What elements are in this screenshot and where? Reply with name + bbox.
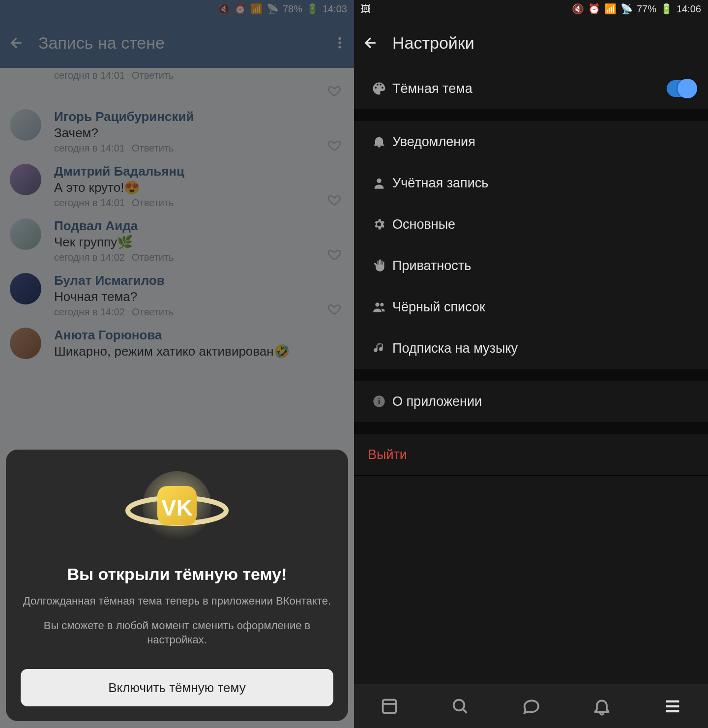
logout-label: Выйти [366, 447, 696, 462]
wifi-icon: 📶 [604, 3, 617, 15]
settings-label: Учётная запись [392, 176, 696, 191]
settings-row-account[interactable]: Учётная запись [354, 162, 708, 204]
alarm-icon: ⏰ [588, 3, 600, 15]
svg-point-15 [454, 699, 465, 710]
nav-search[interactable] [450, 697, 470, 716]
nav-feed[interactable] [380, 697, 399, 716]
svg-text:VK: VK [161, 495, 193, 520]
svg-line-16 [463, 709, 467, 713]
modal-title: Вы открыли тёмную тему! [21, 565, 333, 584]
vibrate-off-icon: 🔇 [572, 3, 584, 15]
button-label: Включить тёмную тему [108, 680, 245, 696]
back-button[interactable] [361, 34, 378, 51]
settings-row-logout[interactable]: Выйти [354, 434, 708, 475]
enable-dark-theme-button[interactable]: Включить тёмную тему [21, 669, 333, 706]
battery-icon: 🔋 [660, 3, 673, 15]
section-divider [354, 109, 708, 121]
hand-icon [366, 259, 392, 273]
settings-label: Приватность [392, 258, 696, 273]
modal-text-1: Долгожданная тёмная тема теперь в прилож… [21, 594, 333, 608]
nav-notifications[interactable] [592, 697, 612, 716]
user-icon [366, 176, 392, 190]
settings-row-about[interactable]: О приложении [354, 381, 708, 422]
bell-icon [366, 135, 392, 149]
settings-label: Тёмная тема [392, 81, 667, 96]
nav-messages[interactable] [521, 697, 541, 716]
settings-row-privacy[interactable]: Приватность [354, 245, 708, 286]
svg-rect-11 [379, 400, 380, 404]
settings-row-dark-theme[interactable]: Тёмная тема [354, 68, 708, 109]
settings-row-general[interactable]: Основные [354, 204, 708, 245]
svg-rect-13 [383, 699, 396, 713]
status-time: 14:06 [677, 3, 701, 15]
vk-planet-icon: VK [21, 471, 333, 545]
palette-icon [366, 81, 392, 96]
status-bar: 🖼 🔇 ⏰ 📶 📡 77% 🔋 14:06 [354, 0, 708, 18]
dark-theme-modal: VK Вы открыли тёмную тему! Долгожданная … [6, 450, 348, 721]
right-pane: 🖼 🔇 ⏰ 📶 📡 77% 🔋 14:06 Настройки Тёмная т… [354, 0, 708, 728]
settings-row-blacklist[interactable]: Чёрный список [354, 286, 708, 328]
group-icon [366, 300, 392, 314]
svg-point-8 [375, 303, 379, 306]
battery-percent: 77% [637, 3, 656, 15]
screenshot-icon: 🖼 [361, 3, 371, 15]
dark-theme-toggle[interactable] [667, 80, 696, 97]
nav-menu[interactable] [663, 697, 682, 716]
settings-label: Уведомления [392, 134, 696, 150]
svg-point-9 [380, 303, 384, 306]
modal-text-2: Вы сможете в любой момент сменить оформл… [21, 618, 333, 647]
info-icon [366, 394, 392, 408]
settings-row-music[interactable]: Подписка на музыку [354, 328, 708, 369]
settings-row-notifications[interactable]: Уведомления [354, 121, 708, 162]
section-divider [354, 369, 708, 381]
gear-icon [366, 217, 392, 231]
svg-point-7 [377, 179, 381, 183]
settings-label: Чёрный список [392, 300, 696, 315]
settings-label: Основные [392, 217, 696, 232]
signal-icon: 📡 [620, 3, 633, 15]
music-icon [366, 342, 392, 355]
settings-label: Подписка на музыку [392, 341, 696, 356]
settings-label: О приложении [392, 394, 696, 409]
app-header: Настройки [354, 18, 708, 68]
section-divider [354, 475, 708, 476]
bottom-nav [354, 684, 708, 728]
section-divider [354, 422, 708, 434]
svg-rect-12 [379, 398, 380, 399]
page-title: Настройки [392, 33, 701, 53]
left-pane: 🔇 ⏰ 📶 📡 78% 🔋 14:03 Запись на стене сего… [0, 0, 354, 728]
